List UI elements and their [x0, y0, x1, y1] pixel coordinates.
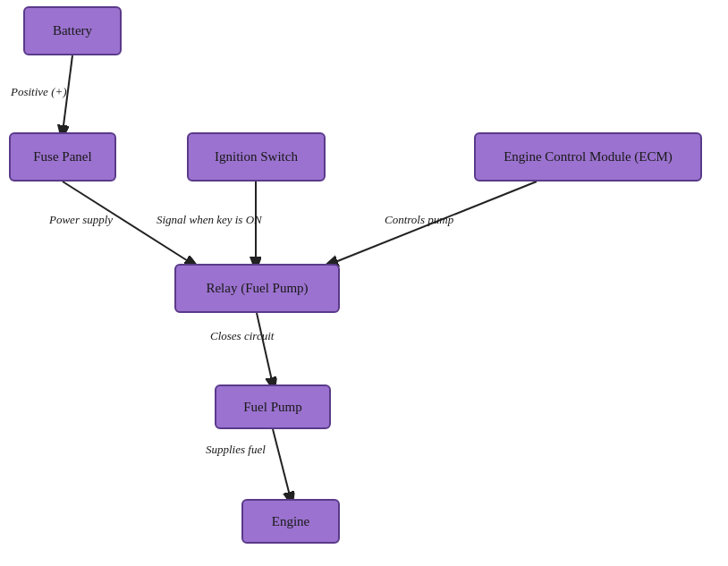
relay-node: Relay (Fuel Pump)	[174, 264, 340, 313]
diagram: Battery Fuse Panel Ignition Switch Engin…	[0, 0, 728, 566]
fuel-pump-node: Fuel Pump	[215, 384, 331, 429]
svg-line-6	[273, 429, 291, 499]
ecm-to-relay-label: Controls pump	[385, 213, 453, 227]
pump-to-engine-label: Supplies fuel	[206, 443, 266, 457]
battery-to-fuse-label: Positive (+)	[11, 85, 67, 99]
ecm-node: Engine Control Module (ECM)	[474, 132, 702, 182]
svg-line-5	[257, 313, 273, 384]
fuse-panel-node: Fuse Panel	[9, 132, 116, 182]
battery-node: Battery	[23, 6, 122, 55]
relay-to-pump-label: Closes circuit	[210, 329, 274, 343]
fuse-to-relay-label: Power supply	[49, 213, 113, 227]
ignition-to-relay-label: Signal when key is ON	[157, 213, 262, 227]
engine-node: Engine	[241, 499, 340, 544]
ignition-switch-node: Ignition Switch	[187, 132, 326, 182]
